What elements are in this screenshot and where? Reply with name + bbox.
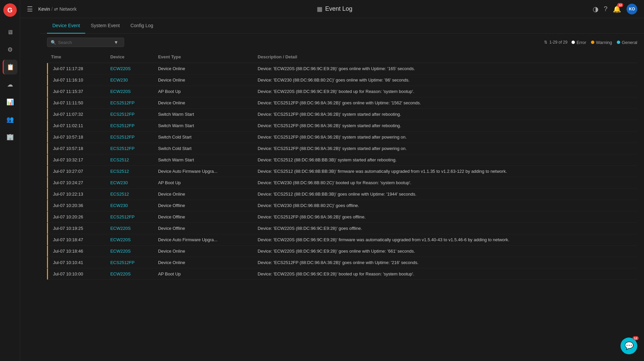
breadcrumb-user: Kevin	[38, 6, 50, 12]
sidebar-item-cloud[interactable]: ☁	[3, 77, 17, 92]
table-row: Jul-07 10:20:26ECS2512FPDevice OfflineDe…	[47, 211, 637, 223]
cell-description: Device: 'ECS2512FP (88:DC:96:8A:36:2B)' …	[254, 143, 637, 154]
row-accent-bar	[47, 109, 48, 120]
row-accent-bar	[47, 74, 48, 86]
search-input[interactable]	[58, 40, 112, 45]
cell-device[interactable]: ECS2512FP	[106, 120, 154, 132]
toolbar: 🔍 ▼ ⇅ 1-29 of 29 Error Warning	[40, 34, 644, 51]
cell-time: Jul-07 10:27:07	[47, 166, 106, 177]
cell-event-type: Device Auto Firmware Upgra...	[154, 234, 254, 246]
cell-device[interactable]: ECS2512FP	[106, 257, 154, 268]
cell-time: Jul-07 11:02:11	[47, 120, 106, 132]
row-accent-bar	[47, 257, 48, 268]
cell-time: Jul-07 10:57:18	[47, 143, 106, 154]
cell-time: Jul-07 10:24:27	[47, 177, 106, 189]
row-accent-bar	[47, 234, 48, 245]
table-row: Jul-07 10:57:18ECS2512FPSwitch Cold Star…	[47, 132, 637, 143]
cell-description: Device: 'ECW220S (88:DC:96:9C:E9:28)' fi…	[254, 234, 637, 246]
cell-device[interactable]: ECW220S	[106, 268, 154, 280]
cell-description: Device: 'ECS2512 (88:DC:96:8B:BB:3B)' sy…	[254, 154, 637, 166]
cell-time: Jul-07 10:20:26	[47, 211, 106, 223]
col-event-type: Event Type	[154, 51, 254, 63]
cell-device[interactable]: ECS2512FP	[106, 211, 154, 223]
cell-time: Jul-07 10:57:18	[47, 132, 106, 143]
cell-description: Device: 'ECW230 (88:DC:96:8B:80:2C)' goe…	[254, 74, 637, 86]
cell-time: Jul-07 11:17:28	[47, 63, 106, 74]
cell-description: Device: 'ECW220S (88:DC:96:9C:E9:28)' go…	[254, 223, 637, 234]
avatar[interactable]: KO	[627, 4, 637, 14]
event-table-container: Time Device Event Type Description / Det…	[40, 51, 644, 361]
cell-time: Jul-07 11:15:37	[47, 86, 106, 97]
breadcrumb-separator: /	[51, 6, 53, 12]
topbar: ☰ Kevin / ⇄ Network ▦ Event Log ◑ ? 🔔 12…	[20, 0, 644, 18]
cell-device[interactable]: ECS2512FP	[106, 132, 154, 143]
sidebar-item-building[interactable]: 🏢	[3, 130, 17, 144]
cell-device[interactable]: ECW230	[106, 200, 154, 211]
logo[interactable]: G	[3, 3, 17, 17]
breadcrumb: Kevin / ⇄ Network	[38, 6, 77, 12]
row-accent-bar	[47, 143, 48, 154]
cell-event-type: Device Online	[154, 63, 254, 74]
legend-general-label: General	[622, 40, 637, 45]
main-content: Device Event System Event Config Log 🔍 ▼…	[40, 18, 644, 361]
filter-icon[interactable]: ▼	[114, 40, 118, 45]
sidebar: G 🖥 ⚙ 📋 ☁ 📊 👥 🏢	[0, 0, 20, 361]
tab-device-event[interactable]: Device Event	[47, 18, 85, 34]
col-description: Description / Detail	[254, 51, 637, 63]
cell-description: Device: 'ECW220S (88:DC:96:9C:E9:28)' go…	[254, 246, 637, 257]
notification-bell[interactable]: 🔔 12	[613, 5, 621, 13]
cell-event-type: Device Offline	[154, 211, 254, 223]
sidebar-item-analytics[interactable]: 📊	[3, 95, 17, 109]
table-row: Jul-07 11:02:11ECS2512FPSwitch Warm Star…	[47, 120, 637, 132]
cell-description: Device: 'ECS2512FP (88:DC:96:8A:36:2B)' …	[254, 257, 637, 268]
cell-device[interactable]: ECS2512	[106, 154, 154, 166]
network-icon: ⇄	[54, 6, 58, 12]
cell-device[interactable]: ECS2512FP	[106, 143, 154, 154]
cell-device[interactable]: ECW220S	[106, 223, 154, 234]
cell-time: Jul-07 11:11:50	[47, 97, 106, 109]
table-row: Jul-07 11:16:10ECW230Device OnlineDevice…	[47, 74, 637, 86]
cell-description: Device: 'ECS2512 (88:DC:96:8B:BB:3B)' fi…	[254, 166, 637, 177]
cell-event-type: Switch Cold Start	[154, 143, 254, 154]
tab-config-log[interactable]: Config Log	[125, 18, 159, 34]
search-box: 🔍 ▼	[47, 38, 124, 47]
cell-time: Jul-07 11:07:32	[47, 109, 106, 120]
cell-event-type: Device Online	[154, 74, 254, 86]
theme-toggle[interactable]: ◑	[593, 5, 598, 13]
cell-device[interactable]: ECW220S	[106, 246, 154, 257]
table-row: Jul-07 11:11:50ECS2512FPDevice OnlineDev…	[47, 97, 637, 109]
sidebar-item-settings[interactable]: ⚙	[3, 42, 17, 57]
chat-bubble[interactable]: 💬 12	[621, 338, 637, 354]
table-row: Jul-07 10:32:17ECS2512Switch Warm StartD…	[47, 154, 637, 166]
cell-event-type: AP Boot Up	[154, 268, 254, 280]
cell-time: Jul-07 10:22:13	[47, 189, 106, 200]
hamburger-menu[interactable]: ☰	[27, 5, 33, 13]
sidebar-item-users[interactable]: 👥	[3, 112, 17, 127]
cell-event-type: Device Online	[154, 189, 254, 200]
table-row: Jul-07 10:18:47ECW220SDevice Auto Firmwa…	[47, 234, 637, 246]
cell-device[interactable]: ECW220S	[106, 234, 154, 246]
legend-warning: Warning	[591, 40, 612, 45]
cell-device[interactable]: ECW220S	[106, 86, 154, 97]
cell-device[interactable]: ECS2512FP	[106, 109, 154, 120]
cell-device[interactable]: ECS2512	[106, 166, 154, 177]
cell-description: Device: 'ECS2512FP (88:DC:96:8A:36:2B)' …	[254, 132, 637, 143]
cell-time: Jul-07 10:20:36	[47, 200, 106, 211]
row-accent-bar	[47, 200, 48, 211]
cell-device[interactable]: ECW220S	[106, 63, 154, 74]
cell-event-type: Device Online	[154, 257, 254, 268]
cell-device[interactable]: ECW230	[106, 74, 154, 86]
cell-device[interactable]: ECS2512	[106, 189, 154, 200]
sidebar-item-reports[interactable]: 📋	[3, 60, 17, 74]
row-accent-bar	[47, 177, 48, 188]
cell-device[interactable]: ECS2512FP	[106, 97, 154, 109]
help-icon[interactable]: ?	[604, 5, 607, 13]
cell-description: Device: 'ECS2512 (88:DC:96:8B:BB:3B)' go…	[254, 189, 637, 200]
row-accent-bar	[47, 132, 48, 143]
chat-icon: 💬	[625, 342, 634, 350]
tab-system-event[interactable]: System Event	[85, 18, 125, 34]
cell-description: Device: 'ECW230 (88:DC:96:8B:80:2C)' goe…	[254, 200, 637, 211]
cell-device[interactable]: ECW230	[106, 177, 154, 189]
sidebar-item-monitor[interactable]: 🖥	[3, 25, 17, 40]
warning-dot	[591, 41, 594, 44]
